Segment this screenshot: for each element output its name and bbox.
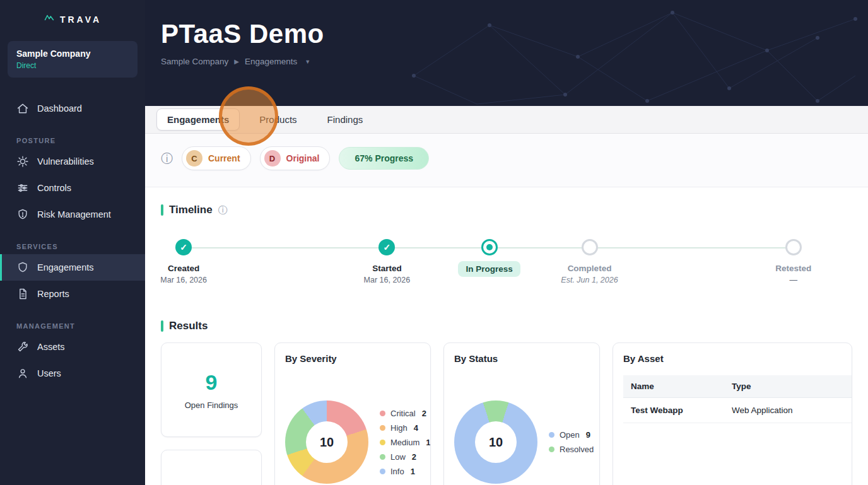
legend-item-resolved: Resolved1 (549, 445, 600, 454)
sidebar-section-label: SERVICES (16, 243, 145, 250)
legend-dot-medium (380, 440, 385, 445)
legend-value: 1 (411, 467, 415, 476)
legend-value: 2 (412, 452, 416, 462)
chevron-down-icon[interactable]: ▼ (305, 59, 310, 65)
legend-label: Critical (390, 409, 416, 418)
legend-label: Open (560, 430, 580, 440)
timeline-step-date: Mar 16, 2026 (333, 276, 440, 284)
asset-name: Test Webapp (623, 398, 724, 423)
legend-label: Medium (390, 438, 419, 447)
legend-dot-open (549, 432, 554, 438)
legend-item-open: Open9 (549, 430, 600, 440)
sidebar-item-users[interactable]: Users (0, 360, 145, 387)
company-type: Direct (16, 61, 129, 70)
by-severity-card: By Severity 10 Critical2High4Medium1Low2… (274, 342, 431, 485)
timeline-step-created: ✓CreatedMar 16, 2026 (130, 239, 237, 284)
main-area: PTaaS Demo Sample Company ▶ Engagements … (145, 0, 868, 485)
open-findings-label: Open Findings (185, 400, 238, 410)
sidebar-item-reports[interactable]: Reports (0, 281, 145, 307)
by-status-card: By Status 10 Open9Resolved1 (443, 342, 600, 485)
asset-column-name: Name (623, 375, 724, 398)
timeline-step-retested: Retested— (740, 239, 847, 284)
by-asset-card: By Asset NameType Test WebappWeb Applica… (613, 342, 852, 485)
results-section-header: Results (161, 320, 852, 332)
legend-dot-high (380, 425, 385, 431)
kpi-column: 9 Open Findings (161, 342, 262, 485)
assets-icon (16, 341, 29, 353)
original-version-pill[interactable]: D Original (260, 146, 331, 170)
legend-item-low: Low2 (380, 452, 430, 462)
sidebar-item-label: Assets (37, 342, 65, 352)
timeline-step-in-progress: In Progress (436, 239, 543, 277)
status-total: 10 (489, 435, 503, 450)
legend-dot-resolved (549, 447, 554, 452)
company-selector[interactable]: Sample Company Direct (8, 41, 138, 78)
sidebar-section-label: MANAGEMENT (16, 322, 145, 330)
page-header: PTaaS Demo Sample Company ▶ Engagements … (145, 0, 868, 106)
reports-icon (16, 288, 29, 300)
legend-dot-critical (380, 411, 385, 416)
results-cards: 9 Open Findings By Severity 10 Critical2… (161, 342, 852, 485)
controls-icon (16, 182, 29, 194)
breadcrumb-separator-icon: ▶ (234, 58, 239, 65)
current-badge: C (186, 150, 202, 167)
timeline-current-dot (486, 244, 493, 250)
progress-badge: 67% Progress (339, 147, 429, 170)
timeline-title: Timeline (169, 204, 213, 216)
sidebar-item-risk-management[interactable]: Risk Management (0, 201, 145, 228)
current-version-pill[interactable]: C Current (182, 146, 251, 170)
open-findings-card: 9 Open Findings (161, 342, 262, 437)
sidebar-item-label: Dashboard (37, 103, 82, 114)
tab-engagements[interactable]: Engagements (156, 108, 240, 131)
asset-column-type: Type (724, 375, 852, 398)
timeline-step-completed: CompletedEst. Jun 1, 2026 (536, 239, 643, 284)
timeline-step-label: Retested (740, 264, 847, 273)
timeline-node-current-icon (481, 239, 498, 255)
breadcrumb: Sample Company ▶ Engagements ▼ (161, 57, 868, 66)
sidebar-item-label: Users (37, 368, 61, 378)
legend-label: Resolved (560, 445, 594, 454)
timeline-section-header: Timeline ⓘ (161, 204, 852, 216)
info-icon[interactable]: ⓘ (161, 153, 173, 165)
legend-label: Info (390, 467, 404, 476)
by-severity-chart: 10 Critical2High4Medium1Low2Info1 (285, 400, 420, 484)
sidebar-item-dashboard[interactable]: Dashboard (0, 95, 145, 122)
timeline-info-icon[interactable]: ⓘ (218, 204, 228, 216)
severity-total: 10 (320, 435, 334, 450)
users-icon (16, 367, 29, 380)
sidebar-item-label: Engagements (37, 262, 93, 272)
sidebar-item-engagements[interactable]: Engagements (0, 254, 145, 281)
tab-products[interactable]: Products (249, 108, 307, 131)
legend-value: 4 (414, 423, 418, 433)
results-title: Results (169, 320, 208, 332)
sidebar-item-assets[interactable]: Assets (0, 334, 145, 360)
timeline-step-date: — (740, 276, 847, 284)
open-findings-count: 9 (206, 370, 218, 395)
legend-value: 2 (422, 409, 426, 418)
legend-dot-info (380, 469, 385, 474)
sidebar-item-controls[interactable]: Controls (0, 175, 145, 201)
legend-item-info: Info1 (380, 467, 430, 476)
tab-bar: EngagementsProductsFindings (145, 106, 868, 134)
timeline-step-label: Started (333, 264, 440, 273)
trava-logo-text: TRAVA (60, 15, 102, 25)
original-badge: D (264, 150, 281, 167)
donut-hole: 10 (475, 421, 517, 463)
timeline-step-label: Completed (536, 264, 643, 273)
asset-type: Web Application (724, 398, 852, 423)
asset-row[interactable]: Test WebappWeb Application (623, 398, 852, 423)
legend-item-critical: Critical2 (380, 409, 430, 418)
sidebar-item-vulnerabilities[interactable]: Vulnerabilities (0, 148, 145, 175)
legend-value: 9 (586, 430, 590, 440)
tab-findings[interactable]: Findings (317, 108, 374, 131)
timeline: ✓CreatedMar 16, 2026✓StartedMar 16, 2026… (161, 225, 852, 307)
breadcrumb-section[interactable]: Engagements (245, 57, 297, 66)
legend-item-high: High4 (380, 423, 430, 433)
timeline-step-date: Est. Jun 1, 2026 (536, 276, 643, 284)
asset-table-header: NameType (623, 375, 852, 398)
donut-hole: 10 (306, 421, 348, 463)
by-severity-title: By Severity (285, 353, 420, 364)
legend-value: 1 (426, 438, 430, 447)
breadcrumb-company[interactable]: Sample Company (161, 57, 228, 66)
timeline-step-date: Mar 16, 2026 (130, 276, 237, 284)
